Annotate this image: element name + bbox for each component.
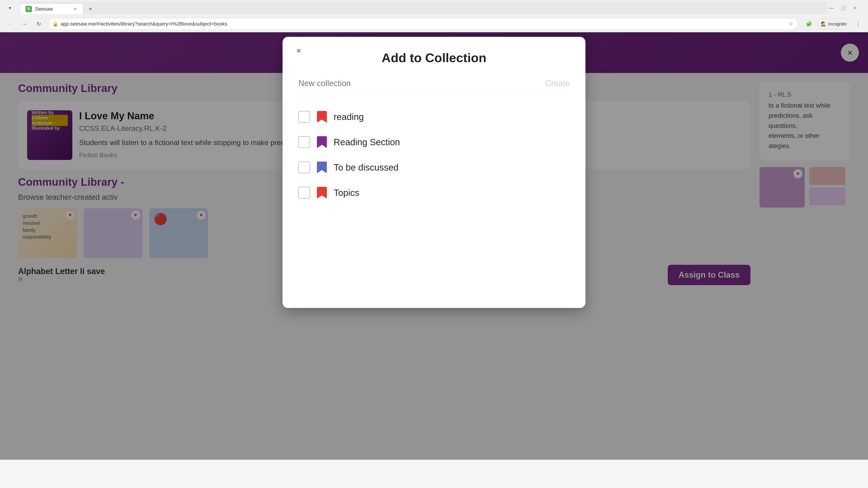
minimize-button[interactable]: —: [827, 4, 835, 12]
secure-icon: 🔒: [53, 21, 58, 27]
collection-checkbox-topics[interactable]: [298, 187, 310, 199]
extensions-button[interactable]: 🧩: [804, 19, 815, 29]
collection-checkbox-to-be-discussed[interactable]: [298, 162, 310, 173]
collection-name-reading-section: Reading Section: [334, 137, 400, 147]
new-collection-input[interactable]: [298, 78, 545, 88]
tab-title: Seesaw: [35, 6, 70, 12]
bookmark-icon-reading-section: [317, 136, 327, 148]
collection-checkbox-reading-section[interactable]: [298, 136, 310, 148]
modal-title: Add to Collection: [298, 51, 569, 65]
address-bar: ← → ↻ 🔒 app.seesaw.me/#/activities/libra…: [0, 16, 868, 32]
new-collection-row: Create: [298, 78, 569, 95]
close-window-button[interactable]: ×: [851, 4, 859, 12]
collection-item-topics[interactable]: Topics: [298, 182, 569, 203]
active-tab[interactable]: S Seesaw ×: [20, 3, 83, 14]
bookmark-icon-topics: [317, 187, 327, 199]
tab-list-btn[interactable]: ▾: [4, 2, 16, 13]
bookmark-icon-to-be-discussed: [317, 162, 327, 173]
window-controls: ▾: [4, 2, 16, 13]
maximize-button[interactable]: ⬜: [839, 4, 847, 12]
url-text: app.seesaw.me/#/activities/library?searc…: [61, 21, 786, 27]
browser-chrome: ▾ S Seesaw × + — ⬜ × ← → ↻: [0, 0, 868, 32]
new-tab-button[interactable]: +: [85, 3, 96, 14]
collection-name-reading: reading: [334, 112, 364, 122]
tab-favicon: S: [26, 6, 32, 12]
window-action-controls: — ⬜ ×: [827, 4, 859, 12]
add-to-collection-modal: × Add to Collection Create: [283, 37, 585, 308]
collection-name-to-be-discussed: To be discussed: [334, 162, 399, 173]
browser-menu-button[interactable]: ⋮: [852, 19, 864, 29]
url-input[interactable]: 🔒 app.seesaw.me/#/activities/library?sea…: [48, 18, 798, 30]
collection-list: reading Reading Section: [298, 106, 569, 203]
collection-item-to-be-discussed[interactable]: To be discussed: [298, 157, 569, 178]
bookmark-star-icon[interactable]: ☆: [789, 21, 793, 27]
collection-item-reading[interactable]: reading: [298, 106, 569, 127]
refresh-button[interactable]: ↻: [33, 19, 44, 29]
title-bar: ▾ S Seesaw × + — ⬜ ×: [0, 0, 868, 16]
bookmark-icon-reading: [317, 111, 327, 123]
incognito-indicator: 🕵 Incognito: [817, 19, 850, 29]
collection-item-reading-section[interactable]: Reading Section: [298, 132, 569, 153]
browser-actions: 🧩 🕵 Incognito ⋮: [804, 19, 864, 29]
collection-checkbox-reading[interactable]: [298, 111, 310, 123]
modal-overlay: × Add to Collection Create: [0, 32, 868, 460]
create-button[interactable]: Create: [545, 78, 569, 88]
back-button[interactable]: ←: [4, 19, 16, 29]
forward-button[interactable]: →: [19, 19, 30, 29]
collection-name-topics: Topics: [334, 188, 359, 198]
page-content: Resource Library × Community Library Wri…: [0, 32, 868, 460]
tab-close-button[interactable]: ×: [73, 5, 78, 13]
modal-close-button[interactable]: ×: [291, 43, 306, 58]
